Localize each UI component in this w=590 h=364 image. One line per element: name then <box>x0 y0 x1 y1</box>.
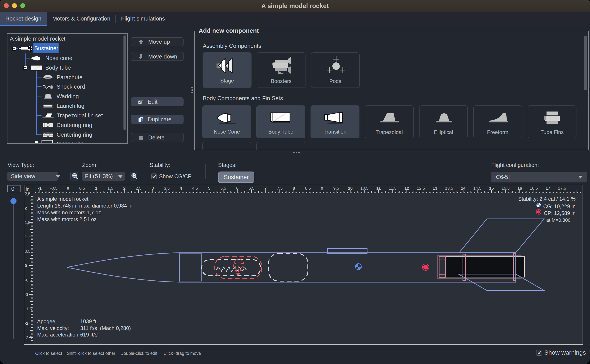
svg-text:2,5: 2,5 <box>25 191 30 196</box>
svg-text:9: 9 <box>321 186 323 190</box>
svg-text:6,5: 6,5 <box>249 186 254 190</box>
svg-text:Max. acceleration:: Max. acceleration: <box>37 332 80 338</box>
svg-text:9,5: 9,5 <box>333 186 339 190</box>
svg-text:16: 16 <box>517 186 522 190</box>
svg-text:16,5: 16,5 <box>530 186 538 190</box>
svg-text:12,5: 12,5 <box>417 186 425 190</box>
svg-text:-0,5: -0,5 <box>50 186 57 190</box>
svg-text:Mass with no motors 1,7 oz: Mass with no motors 1,7 oz <box>37 209 101 215</box>
svg-text:Max. velocity:: Max. velocity: <box>37 325 69 331</box>
svg-text:1: 1 <box>25 234 27 239</box>
svg-text:2: 2 <box>25 206 27 210</box>
svg-text:7: 7 <box>264 186 267 190</box>
svg-text:10,5: 10,5 <box>360 186 369 190</box>
svg-text:at M=0,300: at M=0,300 <box>546 217 570 223</box>
svg-text:Length 16,748 in, max. diamete: Length 16,748 in, max. diameter 0,984 in <box>37 203 132 209</box>
svg-text:CP: 12,589 in: CP: 12,589 in <box>544 210 576 216</box>
svg-text:5: 5 <box>208 186 210 190</box>
svg-text:7,5: 7,5 <box>277 186 282 190</box>
svg-text:15,5: 15,5 <box>502 186 510 190</box>
svg-text:2: 2 <box>123 186 126 190</box>
svg-text:4: 4 <box>180 186 182 190</box>
svg-text:11,5: 11,5 <box>389 186 397 190</box>
svg-text:0,5: 0,5 <box>79 186 85 190</box>
svg-text:Stability: 2,4 cal / 14,1 %: Stability: 2,4 cal / 14,1 % <box>518 196 576 202</box>
svg-text:14: 14 <box>461 186 466 190</box>
svg-text:3: 3 <box>151 186 154 190</box>
svg-text:1: 1 <box>95 186 97 190</box>
svg-text:11: 11 <box>376 186 381 190</box>
svg-text:CG: 10,229 in: CG: 10,229 in <box>543 203 576 209</box>
svg-text:-2,5: -2,5 <box>25 335 32 340</box>
svg-text:13,5: 13,5 <box>445 186 453 190</box>
svg-text:Mass with motors 2,51 oz: Mass with motors 2,51 oz <box>37 216 97 222</box>
svg-text:1039 ft: 1039 ft <box>80 318 96 324</box>
svg-text:4,5: 4,5 <box>192 186 198 190</box>
svg-text:5,5: 5,5 <box>220 186 226 190</box>
svg-text:-1: -1 <box>25 292 28 297</box>
svg-text:-2: -2 <box>25 321 28 325</box>
svg-text:-1,5: -1,5 <box>25 307 32 311</box>
svg-text:15: 15 <box>489 186 494 190</box>
svg-text:14,5: 14,5 <box>473 186 481 190</box>
svg-text:619 ft/s²: 619 ft/s² <box>80 332 99 338</box>
svg-text:17: 17 <box>546 186 550 190</box>
svg-text:-1: -1 <box>38 186 41 190</box>
svg-text:311 ft/s (Mach 0,280): 311 ft/s (Mach 0,280) <box>80 325 131 331</box>
svg-text:A simple model rocket: A simple model rocket <box>37 196 88 202</box>
svg-text:2,5: 2,5 <box>136 186 141 190</box>
svg-text:17,5: 17,5 <box>558 186 566 190</box>
svg-text:10: 10 <box>348 186 352 190</box>
svg-text:1,5: 1,5 <box>107 186 113 190</box>
svg-text:1,5: 1,5 <box>25 220 30 225</box>
svg-text:6: 6 <box>236 186 239 190</box>
svg-text:-0,5: -0,5 <box>25 278 32 282</box>
svg-text:3,5: 3,5 <box>164 186 170 190</box>
svg-text:8: 8 <box>293 186 295 190</box>
svg-text:0,5: 0,5 <box>25 249 30 254</box>
svg-text:0: 0 <box>25 263 27 268</box>
svg-text:8,5: 8,5 <box>305 186 311 190</box>
svg-text:12: 12 <box>404 186 409 190</box>
svg-text:0: 0 <box>67 186 69 190</box>
svg-text:13: 13 <box>433 186 437 190</box>
svg-text:Apogee:: Apogee: <box>37 318 57 324</box>
